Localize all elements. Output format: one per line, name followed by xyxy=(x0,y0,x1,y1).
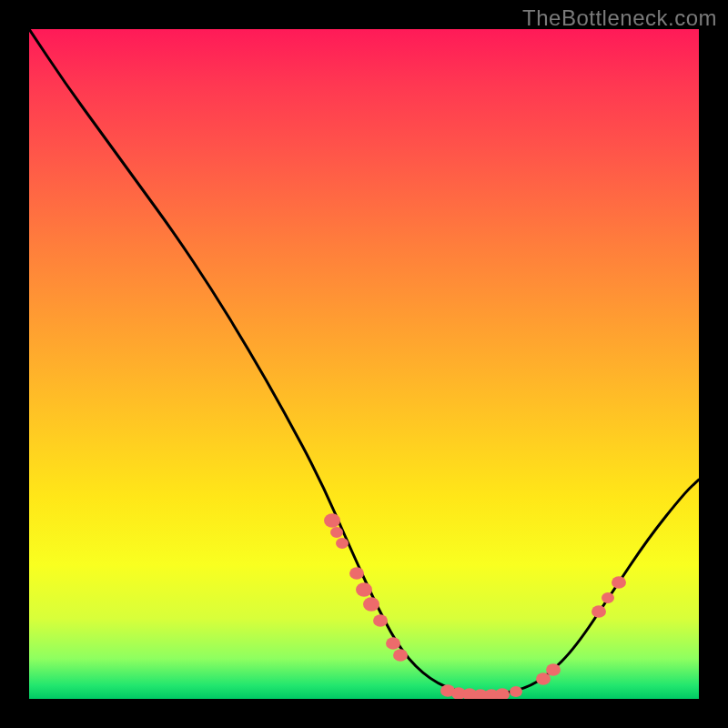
plot-area xyxy=(29,29,699,699)
data-marker xyxy=(363,597,379,611)
data-marker xyxy=(546,663,561,676)
data-marker xyxy=(349,567,364,580)
data-marker xyxy=(510,686,522,697)
data-marker xyxy=(330,527,343,538)
markers-group xyxy=(324,513,626,699)
curve-layer xyxy=(29,29,699,699)
data-marker xyxy=(386,637,400,650)
data-marker xyxy=(536,672,551,685)
chart-frame: TheBottleneck.com xyxy=(0,0,728,728)
data-marker xyxy=(356,582,372,596)
data-marker xyxy=(393,649,408,662)
watermark-text: TheBottleneck.com xyxy=(522,5,717,31)
data-marker xyxy=(324,513,340,527)
data-marker xyxy=(495,688,510,699)
data-marker xyxy=(373,614,388,627)
data-marker xyxy=(336,538,349,549)
data-marker xyxy=(612,576,626,589)
data-marker xyxy=(602,592,614,603)
data-marker xyxy=(592,605,606,618)
